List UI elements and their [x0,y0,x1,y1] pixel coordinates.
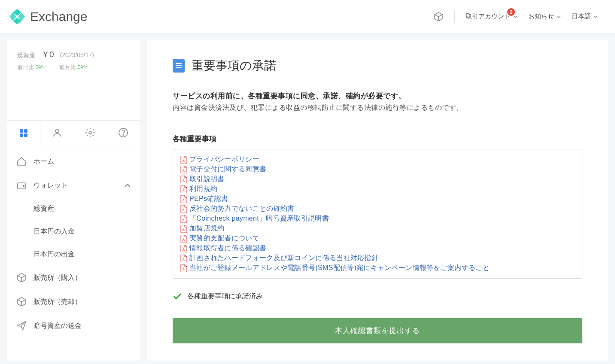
nav-send-label: 暗号資産の送金 [33,322,82,331]
document-link[interactable]: 取引説明書 [189,175,225,184]
pdf-icon: 入 [180,166,187,173]
intro-bold: サービスの利用前に、各種重要事項に同意、承諾、確約が必要です。 [173,91,582,101]
nav-buy[interactable]: 販売所（購入） [7,266,140,290]
notification-badge: 2 [507,8,515,16]
document-link[interactable]: 反社会的勢力でないことの確約書 [189,204,295,213]
nav-home-label: ホーム [33,157,54,166]
svg-text:入: 入 [182,208,185,212]
account-dropdown[interactable]: 取引アカウント 2 [466,12,518,21]
svg-text:入: 入 [182,258,185,261]
cube-icon [433,12,444,22]
asset-date: (2023/05/17) [60,52,94,58]
document-item: 入利用規約 [180,184,575,194]
tab-profile[interactable] [40,121,73,145]
prev-day-stat: 前日比 0%↑ [17,64,46,71]
svg-point-11 [123,135,124,136]
pdf-icon: 入 [180,156,187,164]
nav-wallet[interactable]: ウォレット [7,173,140,197]
svg-text:入: 入 [182,267,185,271]
document-link[interactable]: 実質的支配者について [189,234,259,243]
checklist-icon [173,59,185,73]
send-icon [16,321,27,331]
document-link[interactable]: 利用規約 [189,185,217,194]
asset-value: ￥0 [41,49,54,60]
svg-rect-7 [24,133,27,137]
svg-text:入: 入 [182,179,185,182]
document-item: 入プライバシーポリシー [180,155,575,164]
svg-text:入: 入 [182,238,185,241]
document-link[interactable]: 情報取得者に係る確認書 [189,244,266,253]
nav-send-crypto[interactable]: 暗号資産の送金 [7,314,140,338]
pdf-icon: 入 [180,245,187,252]
document-item: 入当社がご登録メールアドレスや電話番号(SMS配信等)宛にキャンペーン情報等をご… [180,263,575,273]
account-label: 取引アカウント [466,12,511,21]
cube-icon [16,297,27,307]
asset-label: 総資産 [17,52,35,59]
pdf-icon: 入 [180,195,187,203]
language-dropdown[interactable]: 日本語 [572,12,598,21]
document-link[interactable]: 計画されたハードフォーク及び新コインに係る当社対応指針 [189,254,378,263]
language-label: 日本語 [572,12,591,21]
page-title-row: 重要事項の承諾 [173,58,582,74]
intro-text: 内容は資金決済法及び、犯罪による収益の移転防止に関する法律の施行等によるものです… [173,103,582,112]
document-item: 入計画されたハードフォーク及び新コインに係る当社対応指針 [180,253,575,263]
document-link[interactable]: プライバシーポリシー [189,155,259,164]
nav-wallet-deposit[interactable]: 日本円の入金 [7,220,140,243]
document-box: 入プライバシーポリシー入電子交付に関する同意書入取引説明書入利用規約入PEPs確… [173,149,582,279]
svg-text:入: 入 [182,159,185,162]
nav-wallet-withdraw[interactable]: 日本円の出金 [7,243,140,266]
header-right: 取引アカウント 2 お知らせ 日本語 [433,10,598,23]
gear-icon [85,127,95,138]
prev-month-stat: 前月比 0%↑ [59,64,88,71]
page-title: 重要事項の承諾 [192,58,276,74]
user-icon [52,127,62,138]
pdf-icon: 入 [180,185,187,193]
svg-text:入: 入 [182,248,185,251]
notifications-dropdown[interactable]: お知らせ [528,12,561,21]
document-link[interactable]: PEPs確認書 [189,194,228,203]
main-content: 重要事項の承諾 サービスの利用前に、各種重要事項に同意、承諾、確約が必要です。 … [147,40,608,361]
pdf-icon: 入 [180,205,187,213]
tab-dashboard[interactable] [7,121,40,145]
pdf-icon: 入 [180,176,187,183]
pdf-icon: 入 [180,225,187,233]
pdf-icon: 入 [180,255,187,262]
chevron-down-icon [513,15,518,19]
brand-name: Exchange [30,9,87,24]
chevron-down-icon [557,15,561,19]
document-item: 入情報取得者に係る確認書 [180,243,575,253]
tab-help[interactable] [107,121,140,145]
document-item: 入実質的支配者について [180,234,575,243]
svg-text:入: 入 [182,228,185,231]
svg-text:入: 入 [182,218,185,221]
svg-text:入: 入 [182,198,185,202]
svg-text:入: 入 [182,188,185,192]
chevron-up-icon [125,182,131,188]
document-item: 入加盟店規約 [180,224,575,234]
nav-sell-label: 販売所（売却） [33,297,82,306]
home-icon [16,156,27,167]
asset-summary: 総資産 ￥0 (2023/05/17) 前日比 0%↑ 前月比 0%↑ [7,40,140,82]
nav-home[interactable]: ホーム [7,149,140,173]
document-link[interactable]: 「Coincheck payment」暗号資産取引説明書 [189,214,329,223]
check-icon [173,291,182,301]
wallet-icon [16,180,27,191]
svg-rect-6 [20,133,23,137]
nav-wallet-total[interactable]: 総資産 [7,197,140,220]
chevron-down-icon [594,15,598,19]
svg-rect-5 [24,129,27,133]
document-item: 入取引説明書 [180,174,575,184]
document-link[interactable]: 電子交付に関する同意書 [189,165,266,174]
svg-point-13 [23,185,24,187]
svg-text:入: 入 [182,169,185,172]
cube-button[interactable] [433,12,444,22]
svg-point-9 [89,131,91,134]
document-link[interactable]: 当社がご登録メールアドレスや電話番号(SMS配信等)宛にキャンペーン情報等をご案… [189,264,490,273]
submit-button[interactable]: 本人確認書類を提出する [173,318,582,343]
document-link[interactable]: 加盟店規約 [189,224,225,233]
nav-sell[interactable]: 販売所（売却） [7,290,140,314]
cube-icon [16,273,27,283]
logo-area[interactable]: Exchange [9,8,87,25]
tab-settings[interactable] [74,121,107,145]
nav-list: ホーム ウォレット 総資産 日本円の入金 日本円の出金 [7,145,140,342]
